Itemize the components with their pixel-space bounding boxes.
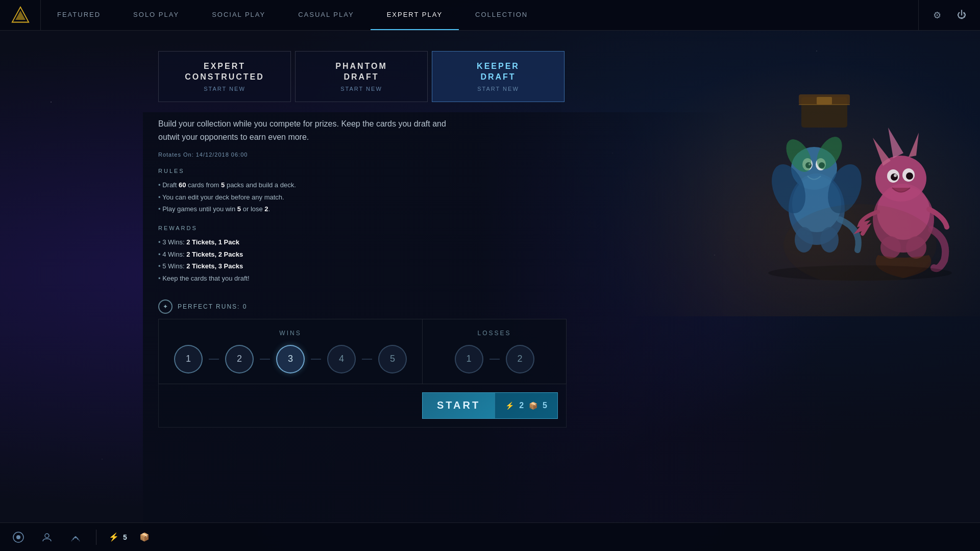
svg-point-33 [16, 535, 20, 539]
start-button-label: START [423, 399, 495, 411]
pack-currency: 📦 [139, 532, 150, 542]
rule-item-1: Draft 60 cards from 5 packs and build a … [158, 179, 567, 191]
rotates-text: Rotates On: 14/12/2018 06:00 [158, 152, 567, 158]
win-circle-5: 5 [378, 345, 407, 373]
loss-connector-1 [489, 359, 500, 360]
description-text: Build your collection while you compete … [158, 117, 464, 143]
loss-circle-2: 2 [506, 345, 534, 373]
rules-list: Draft 60 cards from 5 packs and build a … [158, 179, 567, 215]
mode-tab-keeper-draft-sub: START NEW [477, 86, 519, 92]
mode-tabs: EXPERT CONSTRUCTED START NEW PHANTOM DRA… [158, 51, 980, 102]
reward-item-1: 3 Wins: 2 Tickets, 1 Pack [158, 236, 567, 248]
mode-tab-phantom-draft[interactable]: PHANTOM DRAFT START NEW [295, 51, 428, 102]
cost-packs: 5 [543, 401, 547, 410]
pack-icon: 📦 [529, 402, 537, 410]
start-button[interactable]: START ⚡ 2 📦 5 [422, 392, 558, 419]
wins-circles: 1 2 3 4 5 [174, 345, 407, 373]
losses-circles: 1 2 [438, 345, 551, 373]
svg-marker-31 [15, 11, 26, 20]
wins-section: WINS 1 2 3 4 5 [159, 319, 422, 384]
nav-right: ⚙ ⏻ [918, 0, 980, 30]
nav-item-featured[interactable]: FEATURED [41, 0, 117, 30]
mode-tab-phantom-draft-title: PHANTOM DRAFT [335, 61, 387, 83]
connector-1 [209, 359, 219, 360]
nav-item-casual-play[interactable]: CASUAL PLAY [282, 0, 370, 30]
bottom-bar: ⚡ 5 📦 [0, 522, 980, 551]
reward-item-2: 4 Wins: 2 Tickets, 2 Packs [158, 248, 567, 260]
tracker-row: WINS 1 2 3 4 5 LOSSES 1 [159, 319, 566, 384]
win-circle-2: 2 [225, 345, 254, 373]
perfect-runs-label: PERFECT RUNS: 0 [178, 303, 248, 310]
connector-3 [311, 359, 321, 360]
connector-4 [362, 359, 372, 360]
nav-bar: FEATURED SOLO PLAY SOCIAL PLAY CASUAL PL… [0, 0, 980, 31]
win-circle-3: 3 [276, 345, 305, 373]
nav-item-social-play[interactable]: SOCIAL PLAY [195, 0, 282, 30]
perfect-runs-icon: ✦ [158, 299, 173, 314]
app-logo[interactable] [0, 0, 41, 30]
rule-item-2: You can edit your deck before any match. [158, 191, 567, 203]
losses-label: LOSSES [438, 330, 551, 337]
profile-icon[interactable] [39, 529, 55, 545]
nav-item-solo-play[interactable]: SOLO PLAY [117, 0, 195, 30]
ticket-currency: ⚡ 5 [109, 532, 127, 542]
ticket-icon: ⚡ [505, 402, 514, 410]
power-button[interactable]: ⏻ [953, 7, 970, 23]
steam-icon[interactable] [10, 529, 27, 545]
win-circle-1: 1 [174, 345, 203, 373]
connector-2 [260, 359, 270, 360]
win-circle-4: 4 [327, 345, 356, 373]
loss-circle-1: 1 [455, 345, 483, 373]
logo-icon [11, 6, 30, 24]
mode-tab-keeper-draft-title: KEEPER DRAFT [477, 61, 520, 83]
rewards-list: 3 Wins: 2 Tickets, 1 Pack 4 Wins: 2 Tick… [158, 236, 567, 284]
mode-tab-phantom-draft-sub: START NEW [340, 86, 382, 92]
rule-item-3: Play games until you win 5 or lose 2. [158, 203, 567, 215]
settings-button[interactable]: ⚙ [929, 7, 945, 23]
rules-label: RULES [158, 168, 567, 174]
mode-tab-expert-constructed-title: EXPERT CONSTRUCTED [185, 61, 264, 83]
bottom-divider [96, 530, 96, 545]
rewards-label: REWARDS [158, 225, 567, 231]
losses-section: LOSSES 1 2 [422, 319, 566, 384]
wins-label: WINS [174, 330, 407, 337]
mode-tab-expert-constructed-sub: START NEW [204, 86, 246, 92]
tracker-container: WINS 1 2 3 4 5 LOSSES 1 [158, 319, 567, 384]
nav-item-expert-play[interactable]: EXPERT PLAY [371, 0, 459, 30]
mode-tab-expert-constructed[interactable]: EXPERT CONSTRUCTED START NEW [158, 51, 291, 102]
cost-tickets: 2 [519, 401, 524, 410]
reward-item-3: 5 Wins: 2 Tickets, 3 Packs [158, 260, 567, 272]
signal-icon[interactable] [67, 529, 84, 545]
start-button-cost: ⚡ 2 📦 5 [495, 393, 557, 418]
ticket-amount: 5 [123, 533, 127, 541]
bottom-pack-icon: 📦 [139, 532, 150, 542]
content-panel: Build your collection while you compete … [158, 117, 567, 319]
reward-item-4: Keep the cards that you draft! [158, 272, 567, 284]
start-section: START ⚡ 2 📦 5 [158, 384, 567, 428]
perfect-runs: ✦ PERFECT RUNS: 0 [158, 294, 567, 319]
nav-item-collection[interactable]: COLLECTION [459, 0, 544, 30]
mode-tab-keeper-draft[interactable]: KEEPER DRAFT START NEW [432, 51, 565, 102]
nav-items: FEATURED SOLO PLAY SOCIAL PLAY CASUAL PL… [41, 0, 918, 30]
svg-point-34 [45, 534, 49, 538]
main-content: EXPERT CONSTRUCTED START NEW PHANTOM DRA… [0, 31, 980, 428]
bottom-ticket-icon: ⚡ [109, 532, 119, 542]
